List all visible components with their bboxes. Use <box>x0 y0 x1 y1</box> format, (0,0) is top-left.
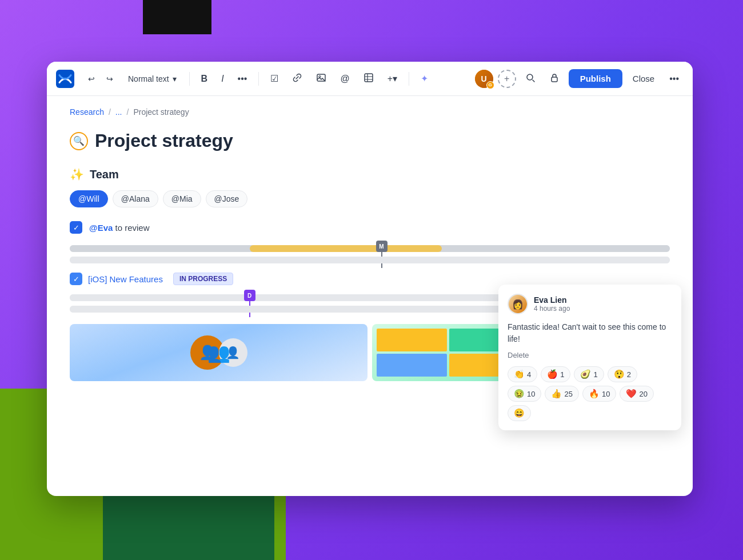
gantt-marker-d[interactable]: D <box>244 290 255 317</box>
text-format-dropdown[interactable]: Normal text ▾ <box>122 71 182 87</box>
app-logo[interactable] <box>56 70 74 88</box>
member-chip-alana[interactable]: @Alana <box>113 190 158 207</box>
sick-emoji: 🤢 <box>514 389 525 399</box>
redo-icon: ↪ <box>106 74 113 83</box>
fire-count: 10 <box>602 390 610 398</box>
gantt-marker-badge-m: M <box>376 241 388 252</box>
svg-point-2 <box>319 75 321 77</box>
italic-button[interactable]: I <box>217 70 228 87</box>
svg-rect-3 <box>365 74 373 82</box>
reaction-clap[interactable]: 👏 4 <box>508 366 537 382</box>
reactions-list: 👏 4 🍎 1 🥑 1 😲 2 🤢 10 👍 25 <box>508 366 672 421</box>
surprised-count: 2 <box>627 370 631 379</box>
image-icon <box>316 73 326 85</box>
lock-button[interactable] <box>545 69 564 89</box>
image-button[interactable] <box>311 69 331 89</box>
page-icon-emoji: 🔍 <box>73 135 85 146</box>
divider-3 <box>409 72 409 86</box>
page-title-area: 🔍 Project strategy <box>70 130 670 151</box>
user-avatar-group: U G <box>475 70 493 88</box>
checkbox-icon: ☑ <box>270 73 278 84</box>
reaction-avocado[interactable]: 🥑 1 <box>574 366 604 382</box>
toolbar: ↩ ↪ Normal text ▾ B I ••• ☑ <box>47 62 693 96</box>
ai-button[interactable]: ✦ <box>416 70 433 87</box>
section-team-heading: ✨ Team <box>70 167 670 181</box>
undo-icon: ↩ <box>88 74 95 83</box>
thumbsup-emoji: 👍 <box>551 389 562 399</box>
avocado-emoji: 🥑 <box>580 369 591 379</box>
task-row-ios: ✓ [iOS] New Features IN PROGRESS <box>70 273 670 285</box>
page-title: Project strategy <box>95 130 233 151</box>
comment-popup: 👩 Eva Lien 4 hours ago Fantastic idea! C… <box>498 285 681 430</box>
table-icon <box>363 73 374 85</box>
breadcrumb-sep-1: / <box>109 107 111 117</box>
lock-icon <box>549 73 560 85</box>
task-row-eva: ✓ @Eva to review <box>70 221 670 234</box>
plus-icon: + <box>388 74 393 84</box>
checkbox-button[interactable]: ☑ <box>266 70 283 87</box>
comment-author-avatar: 👩 <box>508 294 528 314</box>
page-icon: 🔍 <box>70 132 88 150</box>
editor-window: ↩ ↪ Normal text ▾ B I ••• ☑ <box>47 62 693 496</box>
section-title: Team <box>90 168 119 181</box>
reaction-heart[interactable]: ❤️ 20 <box>620 386 653 402</box>
comment-timestamp: 4 hours ago <box>534 305 570 313</box>
comment-author-name: Eva Lien <box>534 295 570 305</box>
gantt-chart-1: M <box>70 245 670 263</box>
reaction-fire[interactable]: 🔥 10 <box>582 386 616 402</box>
close-button[interactable]: Close <box>627 70 660 87</box>
apple-emoji: 🍎 <box>547 369 558 379</box>
reaction-smile[interactable]: 😄 <box>508 405 531 421</box>
publish-button[interactable]: Publish <box>569 69 622 88</box>
task-mention[interactable]: @Eva <box>89 223 113 233</box>
svg-point-7 <box>527 74 533 80</box>
task-review-text: to review <box>115 223 150 233</box>
task-text-1: @Eva to review <box>89 223 150 233</box>
sparkle-icon: ✦ <box>421 73 428 84</box>
reaction-apple[interactable]: 🍎 1 <box>541 366 570 382</box>
comment-delete-button[interactable]: Delete <box>508 351 672 359</box>
comment-author-info: Eva Lien 4 hours ago <box>534 295 570 313</box>
table-button[interactable] <box>359 69 378 89</box>
team-icon: ✨ <box>70 167 84 181</box>
insert-more-button[interactable]: + ▾ <box>383 70 402 87</box>
breadcrumb-sep-2: / <box>126 107 129 117</box>
undo-button[interactable]: ↩ <box>83 71 99 87</box>
reaction-thumbsup[interactable]: 👍 25 <box>545 386 578 402</box>
surprised-emoji: 😲 <box>614 369 625 379</box>
breadcrumb-research[interactable]: Research <box>70 107 104 117</box>
undo-redo-group: ↩ ↪ <box>83 71 118 87</box>
more-options-button[interactable]: ••• <box>665 70 684 87</box>
more-format-button[interactable]: ••• <box>233 70 252 87</box>
comment-header: 👩 Eva Lien 4 hours ago <box>508 294 672 314</box>
gantt-marker-badge-d: D <box>244 290 255 301</box>
fire-emoji: 🔥 <box>589 389 600 399</box>
search-button[interactable] <box>521 69 540 89</box>
task-checkbox-1[interactable]: ✓ <box>70 221 82 234</box>
toolbar-right: U G + <box>475 69 684 89</box>
member-chip-mia[interactable]: @Mia <box>163 190 201 207</box>
breadcrumb: Research / ... / Project strategy <box>70 107 670 117</box>
bold-button[interactable]: B <box>197 70 213 87</box>
sick-count: 10 <box>527 390 535 398</box>
svg-rect-8 <box>552 77 557 82</box>
member-chip-will[interactable]: @Will <box>70 190 108 207</box>
add-collaborator-button[interactable]: + <box>498 70 516 88</box>
smile-emoji: 😄 <box>514 408 525 418</box>
mention-button[interactable]: @ <box>335 70 354 87</box>
gantt-marker-m[interactable]: M <box>376 241 388 268</box>
link-button[interactable] <box>287 69 307 89</box>
divider-1 <box>189 72 190 86</box>
heart-count: 20 <box>639 390 647 398</box>
task-checkbox-2[interactable]: ✓ <box>70 273 82 285</box>
redo-button[interactable]: ↪ <box>102 71 118 87</box>
reaction-surprised[interactable]: 😲 2 <box>608 366 637 382</box>
task-link-ios[interactable]: [iOS] New Features <box>88 274 163 284</box>
breadcrumb-ellipsis[interactable]: ... <box>115 107 122 117</box>
member-chip-jose[interactable]: @Jose <box>206 190 248 207</box>
link-icon <box>292 73 302 85</box>
reaction-sick[interactable]: 🤢 10 <box>508 386 541 402</box>
thumbsup-count: 25 <box>564 390 572 398</box>
photo-meeting: 👤 👤 <box>70 324 367 381</box>
text-format-label: Normal text <box>128 74 169 83</box>
